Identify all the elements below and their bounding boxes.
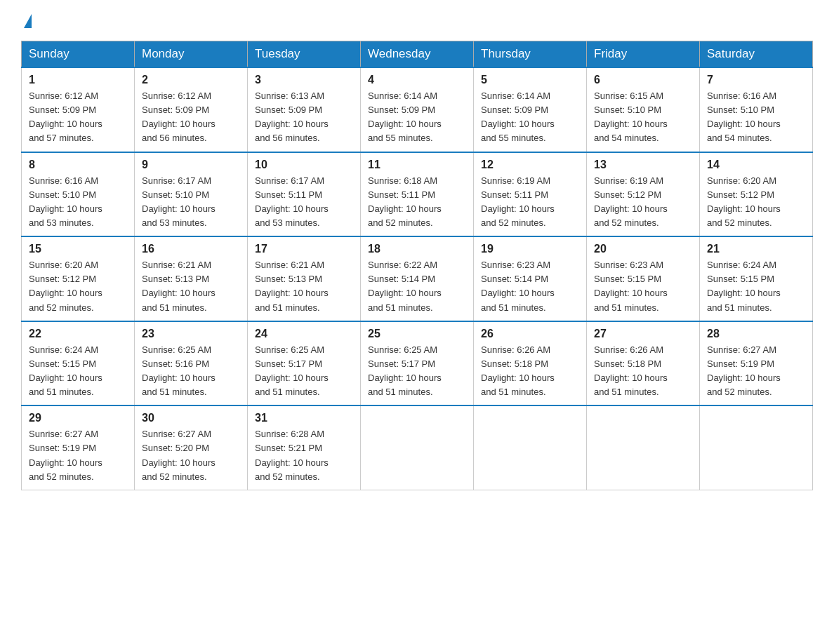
day-info: Sunrise: 6:22 AMSunset: 5:14 PMDaylight:…	[368, 258, 466, 315]
weekday-header-wednesday: Wednesday	[361, 41, 474, 68]
day-number: 12	[481, 159, 579, 171]
day-number: 17	[255, 243, 353, 255]
day-info: Sunrise: 6:25 AMSunset: 5:17 PMDaylight:…	[368, 343, 466, 400]
day-info: Sunrise: 6:19 AMSunset: 5:11 PMDaylight:…	[481, 174, 579, 231]
day-info: Sunrise: 6:25 AMSunset: 5:17 PMDaylight:…	[255, 343, 353, 400]
calendar-cell: 8 Sunrise: 6:16 AMSunset: 5:10 PMDayligh…	[22, 152, 135, 237]
day-info: Sunrise: 6:24 AMSunset: 5:15 PMDaylight:…	[29, 343, 127, 400]
day-info: Sunrise: 6:14 AMSunset: 5:09 PMDaylight:…	[368, 89, 466, 146]
weekday-header-sunday: Sunday	[22, 41, 135, 68]
calendar-cell: 7 Sunrise: 6:16 AMSunset: 5:10 PMDayligh…	[700, 67, 813, 152]
day-info: Sunrise: 6:19 AMSunset: 5:12 PMDaylight:…	[594, 174, 692, 231]
calendar-cell: 12 Sunrise: 6:19 AMSunset: 5:11 PMDaylig…	[474, 152, 587, 237]
day-info: Sunrise: 6:17 AMSunset: 5:11 PMDaylight:…	[255, 174, 353, 231]
calendar-cell: 31 Sunrise: 6:28 AMSunset: 5:21 PMDaylig…	[248, 405, 361, 490]
day-number: 3	[255, 74, 353, 86]
calendar-cell: 10 Sunrise: 6:17 AMSunset: 5:11 PMDaylig…	[248, 152, 361, 237]
day-number: 28	[707, 328, 805, 340]
day-number: 5	[481, 74, 579, 86]
day-info: Sunrise: 6:13 AMSunset: 5:09 PMDaylight:…	[255, 89, 353, 146]
calendar-cell: 2 Sunrise: 6:12 AMSunset: 5:09 PMDayligh…	[135, 67, 248, 152]
page-header	[21, 14, 813, 28]
calendar-cell: 5 Sunrise: 6:14 AMSunset: 5:09 PMDayligh…	[474, 67, 587, 152]
day-number: 14	[707, 159, 805, 171]
day-info: Sunrise: 6:27 AMSunset: 5:20 PMDaylight:…	[142, 427, 240, 484]
calendar-cell	[361, 405, 474, 490]
day-number: 24	[255, 328, 353, 340]
day-info: Sunrise: 6:20 AMSunset: 5:12 PMDaylight:…	[29, 258, 127, 315]
calendar-cell: 19 Sunrise: 6:23 AMSunset: 5:14 PMDaylig…	[474, 236, 587, 321]
weekday-header-saturday: Saturday	[700, 41, 813, 68]
calendar-cell: 25 Sunrise: 6:25 AMSunset: 5:17 PMDaylig…	[361, 321, 474, 406]
calendar-cell: 18 Sunrise: 6:22 AMSunset: 5:14 PMDaylig…	[361, 236, 474, 321]
day-info: Sunrise: 6:28 AMSunset: 5:21 PMDaylight:…	[255, 427, 353, 484]
day-number: 30	[142, 412, 240, 424]
day-number: 16	[142, 243, 240, 255]
day-number: 29	[29, 412, 127, 424]
logo-triangle-icon	[24, 14, 32, 28]
calendar-cell: 14 Sunrise: 6:20 AMSunset: 5:12 PMDaylig…	[700, 152, 813, 237]
calendar-cell: 3 Sunrise: 6:13 AMSunset: 5:09 PMDayligh…	[248, 67, 361, 152]
day-number: 26	[481, 328, 579, 340]
calendar-cell: 26 Sunrise: 6:26 AMSunset: 5:18 PMDaylig…	[474, 321, 587, 406]
day-info: Sunrise: 6:21 AMSunset: 5:13 PMDaylight:…	[142, 258, 240, 315]
day-number: 7	[707, 74, 805, 86]
day-info: Sunrise: 6:21 AMSunset: 5:13 PMDaylight:…	[255, 258, 353, 315]
day-number: 1	[29, 74, 127, 86]
day-info: Sunrise: 6:12 AMSunset: 5:09 PMDaylight:…	[29, 89, 127, 146]
day-number: 4	[368, 74, 466, 86]
calendar-cell: 17 Sunrise: 6:21 AMSunset: 5:13 PMDaylig…	[248, 236, 361, 321]
weekday-header-monday: Monday	[135, 41, 248, 68]
day-number: 27	[594, 328, 692, 340]
calendar-cell: 9 Sunrise: 6:17 AMSunset: 5:10 PMDayligh…	[135, 152, 248, 237]
calendar-week-row: 22 Sunrise: 6:24 AMSunset: 5:15 PMDaylig…	[22, 321, 813, 406]
calendar-cell	[700, 405, 813, 490]
calendar-cell: 27 Sunrise: 6:26 AMSunset: 5:18 PMDaylig…	[587, 321, 700, 406]
calendar-week-row: 1 Sunrise: 6:12 AMSunset: 5:09 PMDayligh…	[22, 67, 813, 152]
day-info: Sunrise: 6:14 AMSunset: 5:09 PMDaylight:…	[481, 89, 579, 146]
day-info: Sunrise: 6:26 AMSunset: 5:18 PMDaylight:…	[594, 343, 692, 400]
calendar-cell: 11 Sunrise: 6:18 AMSunset: 5:11 PMDaylig…	[361, 152, 474, 237]
calendar-cell: 20 Sunrise: 6:23 AMSunset: 5:15 PMDaylig…	[587, 236, 700, 321]
calendar-cell: 29 Sunrise: 6:27 AMSunset: 5:19 PMDaylig…	[22, 405, 135, 490]
day-number: 25	[368, 328, 466, 340]
day-info: Sunrise: 6:26 AMSunset: 5:18 PMDaylight:…	[481, 343, 579, 400]
calendar-week-row: 29 Sunrise: 6:27 AMSunset: 5:19 PMDaylig…	[22, 405, 813, 490]
day-number: 2	[142, 74, 240, 86]
day-number: 31	[255, 412, 353, 424]
calendar-cell: 16 Sunrise: 6:21 AMSunset: 5:13 PMDaylig…	[135, 236, 248, 321]
day-number: 20	[594, 243, 692, 255]
calendar-cell: 4 Sunrise: 6:14 AMSunset: 5:09 PMDayligh…	[361, 67, 474, 152]
weekday-header-thursday: Thursday	[474, 41, 587, 68]
day-number: 10	[255, 159, 353, 171]
logo-text	[21, 14, 33, 28]
calendar-cell: 13 Sunrise: 6:19 AMSunset: 5:12 PMDaylig…	[587, 152, 700, 237]
day-info: Sunrise: 6:23 AMSunset: 5:14 PMDaylight:…	[481, 258, 579, 315]
calendar-cell: 24 Sunrise: 6:25 AMSunset: 5:17 PMDaylig…	[248, 321, 361, 406]
day-info: Sunrise: 6:27 AMSunset: 5:19 PMDaylight:…	[29, 427, 127, 484]
day-info: Sunrise: 6:12 AMSunset: 5:09 PMDaylight:…	[142, 89, 240, 146]
day-number: 19	[481, 243, 579, 255]
calendar-cell	[587, 405, 700, 490]
day-number: 21	[707, 243, 805, 255]
calendar-cell: 30 Sunrise: 6:27 AMSunset: 5:20 PMDaylig…	[135, 405, 248, 490]
weekday-header-tuesday: Tuesday	[248, 41, 361, 68]
day-number: 8	[29, 159, 127, 171]
day-info: Sunrise: 6:24 AMSunset: 5:15 PMDaylight:…	[707, 258, 805, 315]
weekday-header-row: SundayMondayTuesdayWednesdayThursdayFrid…	[22, 41, 813, 68]
day-info: Sunrise: 6:27 AMSunset: 5:19 PMDaylight:…	[707, 343, 805, 400]
logo	[21, 14, 33, 28]
day-info: Sunrise: 6:17 AMSunset: 5:10 PMDaylight:…	[142, 174, 240, 231]
day-number: 9	[142, 159, 240, 171]
day-number: 11	[368, 159, 466, 171]
calendar-cell: 22 Sunrise: 6:24 AMSunset: 5:15 PMDaylig…	[22, 321, 135, 406]
calendar-cell	[474, 405, 587, 490]
day-number: 18	[368, 243, 466, 255]
calendar-cell: 23 Sunrise: 6:25 AMSunset: 5:16 PMDaylig…	[135, 321, 248, 406]
day-number: 15	[29, 243, 127, 255]
day-info: Sunrise: 6:23 AMSunset: 5:15 PMDaylight:…	[594, 258, 692, 315]
weekday-header-friday: Friday	[587, 41, 700, 68]
calendar-cell: 1 Sunrise: 6:12 AMSunset: 5:09 PMDayligh…	[22, 67, 135, 152]
day-number: 6	[594, 74, 692, 86]
day-info: Sunrise: 6:16 AMSunset: 5:10 PMDaylight:…	[707, 89, 805, 146]
